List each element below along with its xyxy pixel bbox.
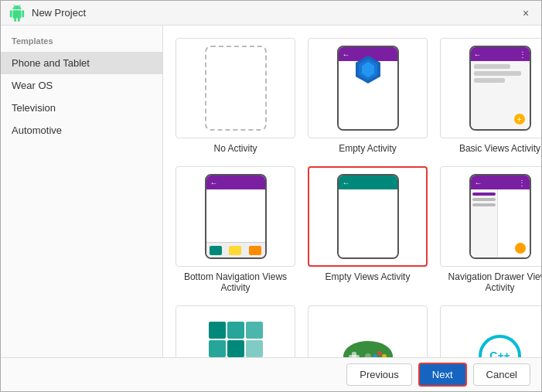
sidebar-section-label: Templates	[1, 33, 162, 52]
drawer-line-1	[472, 193, 496, 196]
next-button[interactable]: Next	[418, 363, 467, 387]
basic-back-arrow: ←	[474, 50, 482, 59]
nav-dot-2	[229, 246, 241, 255]
app-icon-overlay	[353, 54, 383, 87]
template-preview-responsive	[176, 305, 295, 357]
template-empty-views[interactable]: ← Empty Views Activity	[308, 166, 428, 293]
content-line-1	[474, 64, 511, 69]
sidebar-item-television[interactable]: Television	[1, 97, 162, 119]
svg-point-7	[377, 351, 382, 356]
android-icon	[9, 5, 26, 22]
grid-mock	[209, 322, 263, 357]
bottom-nav-mock: ←	[205, 174, 267, 259]
dialog-footer: Previous Next Cancel	[1, 357, 541, 391]
close-button[interactable]: ×	[518, 5, 533, 21]
template-nav-drawer[interactable]: ← ⋮	[440, 166, 541, 293]
basic-fab: +	[514, 114, 525, 124]
nav-drawer-fab	[515, 243, 526, 254]
templates-grid: No Activity ←	[176, 38, 529, 357]
no-activity-mock	[205, 46, 267, 131]
template-label-bottom-nav: Bottom Navigation Views Activity	[176, 271, 295, 293]
bottom-back-arrow: ←	[210, 179, 218, 187]
nav-dot-3	[249, 246, 261, 255]
template-native-cpp[interactable]: C++ Native C++	[440, 305, 541, 357]
template-game-activity[interactable]: Game Activity	[308, 305, 428, 357]
nav-drawer-back-arrow: ←	[475, 179, 482, 187]
template-preview-empty-activity: ←	[308, 38, 428, 138]
template-basic-views[interactable]: ← ⋮ + +	[440, 38, 541, 154]
svg-rect-6	[349, 355, 360, 358]
title-bar-left: New Project	[9, 5, 86, 22]
grid-cell-5	[227, 340, 244, 357]
template-no-activity[interactable]: No Activity	[176, 38, 295, 154]
grid-cell-2	[227, 322, 244, 339]
cpp-icon: C++	[479, 335, 521, 358]
grid-cell-3	[246, 322, 263, 339]
template-label-empty-activity: Empty Activity	[339, 143, 397, 154]
template-preview-bottom-nav: ←	[176, 166, 295, 267]
title-bar: New Project ×	[1, 1, 541, 26]
template-preview-nav-drawer: ← ⋮	[440, 166, 541, 267]
bottom-nav-top-bar: ←	[206, 176, 265, 189]
sidebar: Templates Phone and Tablet Wear OS Telev…	[1, 26, 163, 357]
basic-top-bar: ← ⋮	[471, 47, 530, 61]
template-preview-cpp: C++	[440, 305, 541, 357]
template-preview-basic-views: ← ⋮ + +	[440, 38, 541, 138]
drawer-line-2	[472, 198, 496, 201]
empty-views-top-bar: ←	[339, 176, 397, 189]
template-grid-area: No Activity ←	[163, 26, 541, 357]
template-responsive-views[interactable]: Responsive Views Activity	[176, 305, 295, 357]
content-line-2	[474, 71, 521, 76]
new-project-dialog: New Project × Templates Phone and Tablet…	[0, 0, 542, 392]
bottom-nav-body	[206, 189, 265, 242]
template-bottom-nav[interactable]: ← Bottom Navigation Views Activity	[176, 166, 295, 293]
drawer-panel	[471, 189, 498, 257]
grid-cell-1	[209, 322, 226, 339]
bottom-nav-bar	[206, 242, 265, 257]
grid-cell-6	[246, 340, 263, 357]
content-line-3	[474, 78, 506, 83]
responsive-mock	[209, 322, 263, 357]
template-preview-game	[308, 305, 428, 357]
drawer-line-3	[472, 203, 496, 206]
sidebar-item-phone-tablet[interactable]: Phone and Tablet	[1, 52, 162, 74]
previous-button[interactable]: Previous	[346, 363, 412, 386]
basic-more-vert: ⋮	[519, 50, 527, 59]
template-label-empty-views: Empty Views Activity	[326, 271, 411, 282]
empty-views-body	[339, 189, 397, 257]
back-arrow-icon: ←	[343, 50, 350, 59]
game-controller-icon	[341, 335, 395, 358]
empty-views-back-arrow: ←	[343, 179, 350, 187]
nav-dot-1	[210, 246, 222, 255]
nav-drawer-more-vert: ⋮	[518, 179, 526, 187]
sidebar-item-wear-os[interactable]: Wear OS	[1, 74, 162, 97]
grid-cell-4	[209, 340, 226, 357]
content-area: Templates Phone and Tablet Wear OS Telev…	[1, 26, 541, 357]
sidebar-item-automotive[interactable]: Automotive	[1, 119, 162, 141]
template-label-nav-drawer: Navigation Drawer Views Activity	[440, 271, 541, 293]
nav-drawer-top-bar: ← ⋮	[471, 176, 530, 189]
template-empty-activity[interactable]: ← Empty Activity	[308, 38, 428, 154]
nav-drawer-body	[471, 189, 530, 257]
cancel-button[interactable]: Cancel	[473, 363, 530, 386]
template-preview-no-activity	[176, 38, 295, 138]
basic-views-mock: ← ⋮ +	[469, 46, 531, 131]
template-preview-empty-views: ←	[308, 166, 428, 267]
nav-drawer-mock: ← ⋮	[469, 174, 531, 259]
empty-views-mock: ←	[337, 174, 399, 259]
template-label-basic-views: Basic Views Activity	[459, 143, 540, 154]
dialog-title: New Project	[32, 7, 86, 19]
basic-body: +	[471, 61, 530, 129]
template-label-no-activity: No Activity	[213, 143, 257, 154]
nav-drawer-content	[498, 189, 530, 257]
